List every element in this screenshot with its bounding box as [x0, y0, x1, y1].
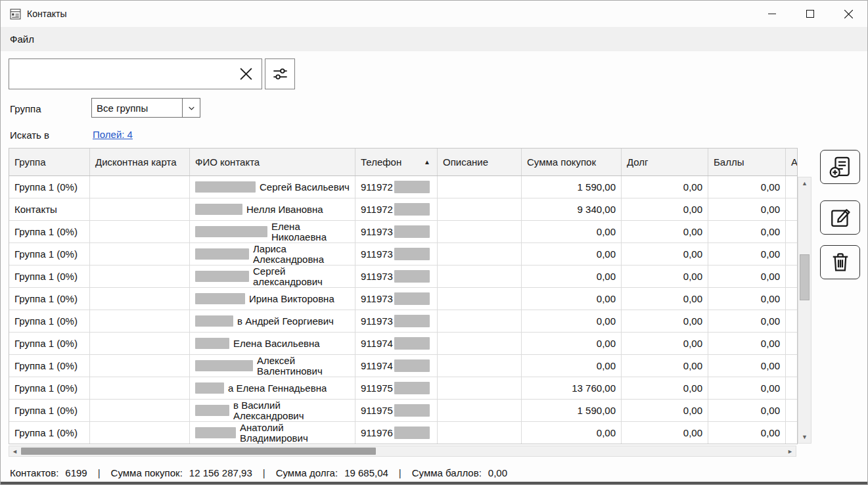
cell-name: в Василий Александрович	[190, 400, 355, 421]
search-input[interactable]	[9, 59, 230, 89]
cell-truncated	[786, 288, 798, 310]
status-bar: Контактов:6199|Сумма покупок:12 156 287,…	[10, 465, 857, 480]
horizontal-scrollbar[interactable]: ◄ ►	[9, 446, 796, 457]
contacts-table: Группа Дисконтная карта ФИО контакта Тел…	[9, 148, 798, 444]
cell-phone: 911975	[355, 377, 438, 399]
close-button[interactable]	[829, 1, 867, 27]
redacted-phone-block	[394, 292, 430, 305]
vertical-scrollbar[interactable]: ▲ ▼	[798, 177, 811, 444]
window-bottom-edge	[1, 482, 867, 484]
scroll-down-arrow-icon[interactable]: ▼	[798, 431, 811, 443]
window-controls	[753, 1, 867, 27]
add-contact-button[interactable]	[820, 150, 860, 184]
cell-name: Ирина Викторовна	[190, 288, 355, 310]
redacted-name-block	[195, 427, 236, 438]
cell-phone: 911975	[355, 400, 438, 421]
scroll-up-arrow-icon[interactable]: ▲	[798, 177, 811, 189]
table-header: Группа Дисконтная карта ФИО контакта Тел…	[9, 149, 797, 176]
cell-purchases: 0,00	[522, 422, 622, 444]
fields-link[interactable]: Полей: 4	[93, 129, 133, 140]
table-row[interactable]: Группа 1 (0%) Елена Николаевна 911973 0,…	[9, 221, 797, 243]
cell-points: 0,00	[708, 266, 786, 287]
cell-discount-card	[90, 355, 190, 377]
cell-purchases: 0,00	[522, 355, 622, 377]
maximize-button[interactable]	[791, 1, 829, 27]
table-row[interactable]: Группа 1 (0%) в Андрей Георгиевич 911973…	[9, 310, 797, 333]
cell-debt: 0,00	[622, 198, 708, 220]
scroll-right-arrow-icon[interactable]: ►	[785, 446, 796, 456]
edit-contact-button[interactable]	[820, 200, 860, 235]
redacted-phone-block	[394, 382, 430, 394]
cell-truncated	[786, 377, 798, 399]
redacted-phone-block	[394, 359, 430, 372]
name-text: Нелля Ивановна	[246, 204, 323, 215]
chevron-down-icon[interactable]	[182, 99, 200, 117]
cell-truncated	[786, 422, 798, 444]
cell-debt: 0,00	[622, 243, 708, 265]
table-row[interactable]: Группа 1 (0%) в Василий Александрович 91…	[9, 400, 797, 422]
cell-discount-card	[90, 198, 190, 220]
minimize-button[interactable]	[753, 1, 791, 27]
app-icon	[10, 9, 21, 20]
column-header-description[interactable]: Описание	[438, 149, 522, 175]
column-header-truncated[interactable]: А	[786, 149, 798, 175]
filter-settings-button[interactable]	[265, 58, 295, 89]
column-header-group[interactable]: Группа	[9, 149, 90, 175]
table-row[interactable]: Группа 1 (0%) Сергей Васильевич 911972 1…	[9, 176, 797, 198]
cell-phone: 911973	[355, 221, 438, 242]
column-header-debt[interactable]: Долг	[622, 149, 708, 175]
column-header-phone[interactable]: Телефон ▲	[355, 149, 438, 175]
cell-group: Группа 1 (0%)	[9, 355, 90, 377]
cell-description	[438, 310, 522, 332]
name-text: Елена Николаевна	[271, 221, 350, 242]
clear-search-button[interactable]	[230, 59, 262, 89]
column-header-name[interactable]: ФИО контакта	[190, 149, 355, 175]
table-row[interactable]: Группа 1 (0%) Лариса Александровна 91197…	[9, 243, 797, 266]
cell-description	[438, 355, 522, 377]
column-header-purchases[interactable]: Сумма покупок	[522, 149, 622, 175]
search-in-label: Искать в	[10, 129, 49, 141]
column-header-points[interactable]: Баллы	[708, 149, 786, 175]
scroll-left-arrow-icon[interactable]: ◄	[9, 446, 20, 456]
cell-debt: 0,00	[622, 288, 708, 310]
menu-file[interactable]: Файл	[1, 27, 43, 51]
close-icon	[239, 66, 254, 81]
table-row[interactable]: Группа 1 (0%) Сергей александрович 91197…	[9, 266, 797, 288]
table-row[interactable]: Группа 1 (0%) Елена Васильевна 911974 0,…	[9, 333, 797, 355]
table-row[interactable]: Группа 1 (0%) Алексей Валентинович 91197…	[9, 355, 797, 377]
table-row[interactable]: Контакты Нелля Ивановна 911972 9 340,00 …	[9, 198, 797, 221]
cell-purchases: 0,00	[522, 333, 622, 354]
cell-description	[438, 288, 522, 310]
table-row[interactable]: Группа 1 (0%) а Елена Геннадьевна 911975…	[9, 377, 797, 400]
status-label: Сумма покупок:	[111, 467, 183, 478]
cell-debt: 0,00	[622, 377, 708, 399]
cell-phone: 911972	[355, 198, 438, 220]
status-label: Сумма долга:	[276, 467, 338, 478]
group-dropdown-value: Все группы	[92, 99, 182, 117]
redacted-name-block	[195, 181, 256, 193]
redacted-phone-block	[394, 181, 430, 193]
cell-purchases: 0,00	[522, 288, 622, 310]
redacted-name-block	[195, 226, 267, 237]
cell-points: 0,00	[708, 221, 786, 242]
redacted-phone-block	[394, 270, 430, 283]
redacted-phone-block	[394, 248, 430, 260]
cell-points: 0,00	[708, 198, 786, 220]
delete-contact-button[interactable]	[820, 245, 860, 279]
group-dropdown[interactable]: Все группы	[91, 98, 200, 118]
table-body: Группа 1 (0%) Сергей Васильевич 911972 1…	[9, 176, 797, 444]
column-header-discount-card[interactable]: Дисконтная карта	[90, 149, 190, 175]
name-text: в Андрей Георгиевич	[237, 316, 334, 327]
cell-debt: 0,00	[622, 266, 708, 287]
vertical-scrollbar-thumb[interactable]	[800, 254, 810, 300]
cell-truncated	[786, 266, 798, 287]
cell-group: Группа 1 (0%)	[9, 310, 90, 332]
cell-truncated	[786, 176, 798, 198]
cell-group: Группа 1 (0%)	[9, 266, 90, 287]
table-row[interactable]: Группа 1 (0%) Ирина Викторовна 911973 0,…	[9, 288, 797, 310]
status-separator: |	[263, 467, 265, 478]
sort-ascending-icon: ▲	[420, 158, 430, 166]
horizontal-scrollbar-thumb[interactable]	[21, 448, 376, 455]
phone-prefix: 911974	[361, 360, 393, 371]
table-row[interactable]: Группа 1 (0%) Анатолий Владимирович 9119…	[9, 422, 797, 444]
